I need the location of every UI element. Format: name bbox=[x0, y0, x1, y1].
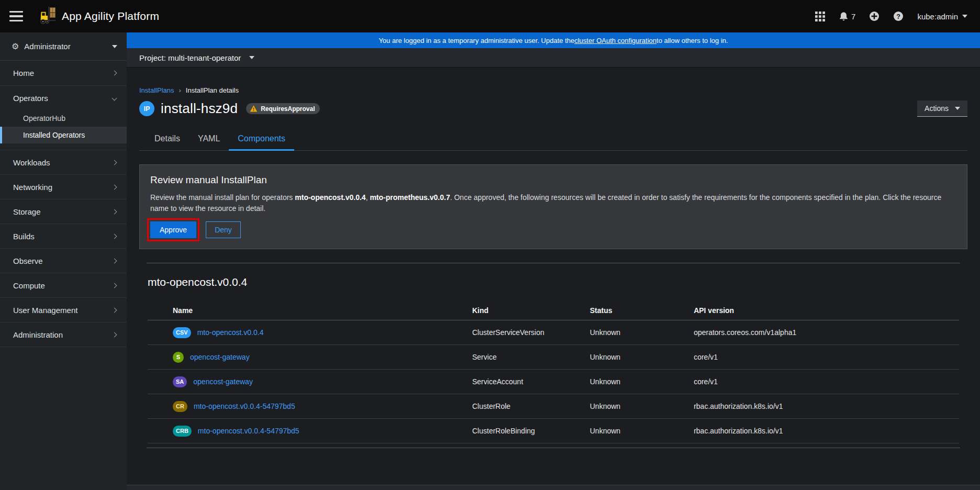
resource-kind-badge: SA bbox=[173, 376, 187, 387]
sidebar-item-builds[interactable]: Builds bbox=[0, 224, 127, 248]
next-section-edge bbox=[127, 485, 980, 490]
column-header-kind: Kind bbox=[472, 303, 590, 320]
chevron-down-icon bbox=[249, 56, 254, 59]
sidebar-item-networking[interactable]: Networking bbox=[0, 174, 127, 199]
resource-kind-badge: CRB bbox=[173, 426, 192, 437]
column-header-api-version: API version bbox=[694, 303, 959, 320]
status-cell: Unknown bbox=[590, 402, 694, 410]
chevron-down-icon bbox=[962, 15, 967, 18]
sidebar-nav: ⚙ Administrator Home Operators OperatorH… bbox=[0, 32, 127, 490]
chevron-down-icon bbox=[112, 45, 117, 48]
review-card-title: Review manual InstallPlan bbox=[150, 174, 956, 186]
tab-details[interactable]: Details bbox=[146, 128, 189, 150]
status-text: RequiresApproval bbox=[261, 105, 315, 113]
deny-button[interactable]: Deny bbox=[206, 221, 241, 238]
status-cell: Unknown bbox=[590, 377, 694, 386]
notifications-bell-icon[interactable]: 7 bbox=[839, 12, 855, 21]
warning-triangle-icon bbox=[250, 105, 258, 113]
forklift-logo-icon bbox=[39, 6, 58, 27]
kind-cell: ClusterServiceVersion bbox=[472, 328, 590, 337]
table-row: CRB mto-opencost.v0.0.4-54797bd5 Cluster… bbox=[148, 419, 959, 443]
api-version-cell: operators.coreos.com/v1alpha1 bbox=[694, 328, 959, 337]
components-table: Name Kind Status API version CSV mto-ope… bbox=[148, 303, 959, 443]
kind-cell: ServiceAccount bbox=[472, 377, 590, 386]
cogs-icon: ⚙ bbox=[12, 42, 19, 51]
sidebar-item-operatorhub[interactable]: OperatorHub bbox=[0, 110, 127, 127]
actions-dropdown-button[interactable]: Actions bbox=[917, 101, 967, 117]
masthead: App Agility Platform 7 bbox=[0, 0, 980, 32]
kind-cell: ClusterRole bbox=[472, 402, 590, 410]
resource-kind-badge: CR bbox=[173, 401, 187, 412]
resource-name-link[interactable]: opencost-gateway bbox=[193, 377, 253, 386]
resource-name-link[interactable]: mto-opencost.v0.0.4 bbox=[197, 328, 264, 337]
resource-name-link[interactable]: mto-opencost.v0.0.4-54797bd5 bbox=[198, 427, 299, 435]
resource-name-link[interactable]: mto-opencost.v0.0.4-54797bd5 bbox=[194, 402, 295, 410]
sidebar-item-observe[interactable]: Observe bbox=[0, 248, 127, 273]
sidebar-item-storage[interactable]: Storage bbox=[0, 199, 127, 224]
perspective-label: Administrator bbox=[24, 42, 107, 51]
section-divider bbox=[147, 263, 960, 263]
notification-count: 7 bbox=[851, 12, 855, 21]
svg-text:?: ? bbox=[897, 13, 901, 20]
sidebar-items: Home Operators OperatorHubInstalled Oper… bbox=[0, 61, 127, 347]
sidebar-subitems: OperatorHubInstalled Operators bbox=[0, 110, 127, 150]
sidebar-item-installed-operators[interactable]: Installed Operators bbox=[0, 127, 127, 143]
status-cell: Unknown bbox=[590, 328, 694, 337]
tab-bar: Details YAML Components bbox=[139, 128, 967, 151]
project-selector[interactable]: Project: multi-tenant-operator bbox=[127, 48, 980, 68]
kind-cell: Service bbox=[472, 353, 590, 361]
tab-components[interactable]: Components bbox=[229, 128, 294, 150]
table-row: S opencost-gateway Service Unknown core/… bbox=[148, 345, 959, 370]
add-plus-icon[interactable] bbox=[869, 11, 879, 21]
resource-kind-badge: CSV bbox=[173, 327, 191, 338]
breadcrumb-current: InstallPlan details bbox=[186, 86, 239, 94]
actions-label: Actions bbox=[925, 104, 949, 113]
column-header-name: Name bbox=[148, 303, 472, 320]
review-card-description: Review the manual install plan for opera… bbox=[150, 192, 956, 214]
section-divider bbox=[147, 448, 960, 448]
page-header: IP install-hsz9d RequiresApproval bbox=[139, 101, 967, 117]
nav-toggle-button[interactable] bbox=[9, 11, 23, 21]
status-cell: Unknown bbox=[590, 353, 694, 361]
status-cell: Unknown bbox=[590, 427, 694, 435]
table-header-row: Name Kind Status API version bbox=[148, 303, 959, 320]
sidebar-item-compute[interactable]: Compute bbox=[0, 273, 127, 297]
username: kube:admin bbox=[917, 12, 958, 21]
tab-yaml[interactable]: YAML bbox=[189, 128, 229, 150]
help-icon[interactable]: ? bbox=[893, 11, 904, 21]
chevron-down-icon bbox=[955, 107, 960, 110]
banner-text: You are logged in as a temporary adminis… bbox=[378, 37, 574, 44]
approve-button[interactable]: Approve bbox=[150, 221, 196, 238]
column-header-status: Status bbox=[590, 303, 694, 320]
user-menu[interactable]: kube:admin bbox=[917, 12, 967, 21]
resource-kind-badge: S bbox=[173, 352, 184, 363]
app-title: App Agility Platform bbox=[62, 10, 159, 23]
component-section-title: mto-opencost.v0.0.4 bbox=[148, 276, 967, 288]
review-installplan-card: Review manual InstallPlan Review the man… bbox=[139, 164, 967, 249]
app-launcher-icon[interactable] bbox=[815, 12, 825, 21]
table-body: CSV mto-opencost.v0.0.4 ClusterServiceVe… bbox=[148, 320, 959, 443]
resource-name-link[interactable]: opencost-gateway bbox=[190, 353, 250, 361]
page-content: InstallPlans › InstallPlan details IP in… bbox=[127, 68, 980, 490]
oauth-config-link[interactable]: cluster OAuth configuration bbox=[574, 37, 656, 44]
api-version-cell: rbac.authorization.k8s.io/v1 bbox=[694, 427, 959, 435]
sidebar-item-home[interactable]: Home bbox=[0, 61, 127, 85]
sidebar-item-operators[interactable]: Operators bbox=[0, 85, 127, 110]
sidebar-item-workloads[interactable]: Workloads bbox=[0, 150, 127, 174]
temp-admin-banner: You are logged in as a temporary adminis… bbox=[127, 32, 980, 48]
api-version-cell: core/v1 bbox=[694, 353, 959, 361]
app-window: App Agility Platform 7 bbox=[0, 0, 980, 490]
breadcrumb-separator: › bbox=[179, 86, 181, 94]
brand: App Agility Platform bbox=[39, 6, 159, 27]
perspective-switcher[interactable]: ⚙ Administrator bbox=[0, 32, 127, 61]
banner-text: to allow others to log in. bbox=[656, 37, 728, 44]
table-row: SA opencost-gateway ServiceAccount Unkno… bbox=[148, 370, 959, 394]
project-label: Project: multi-tenant-operator bbox=[139, 53, 241, 62]
table-row: CR mto-opencost.v0.0.4-54797bd5 ClusterR… bbox=[148, 394, 959, 419]
page-title: install-hsz9d bbox=[161, 101, 238, 117]
installplan-resource-badge: IP bbox=[139, 101, 154, 116]
breadcrumb-installplans-link[interactable]: InstallPlans bbox=[139, 86, 174, 94]
sidebar-item-user-management[interactable]: User Management bbox=[0, 297, 127, 322]
kind-cell: ClusterRoleBinding bbox=[472, 427, 590, 435]
sidebar-item-administration[interactable]: Administration bbox=[0, 322, 127, 347]
